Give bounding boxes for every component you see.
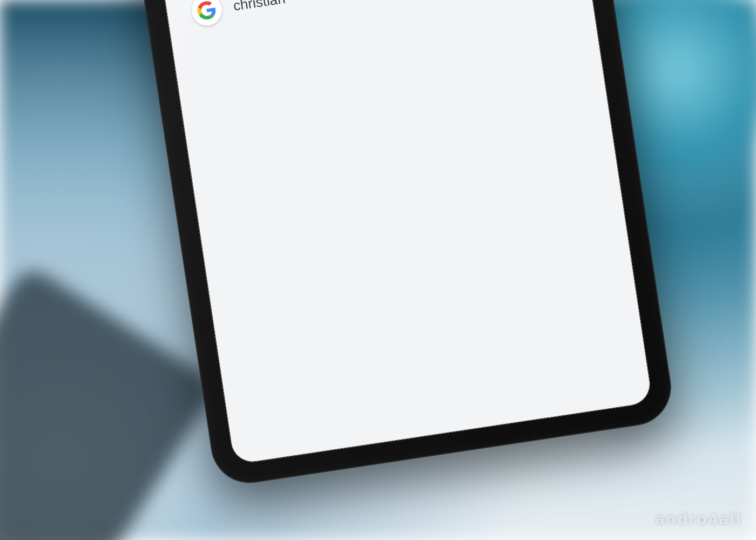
phone-screen: 9:00 Borrar todos los [114, 0, 653, 465]
screen-gloss [114, 0, 653, 465]
account-name: christian [232, 0, 287, 16]
content-area: Se borrarán todos los datos del almacena… [125, 0, 591, 52]
phone-device: 9:00 Borrar todos los [80, 0, 677, 488]
watermark: andro4all [656, 510, 742, 528]
google-logo-icon [190, 0, 224, 28]
account-row[interactable]: christian [190, 0, 564, 28]
